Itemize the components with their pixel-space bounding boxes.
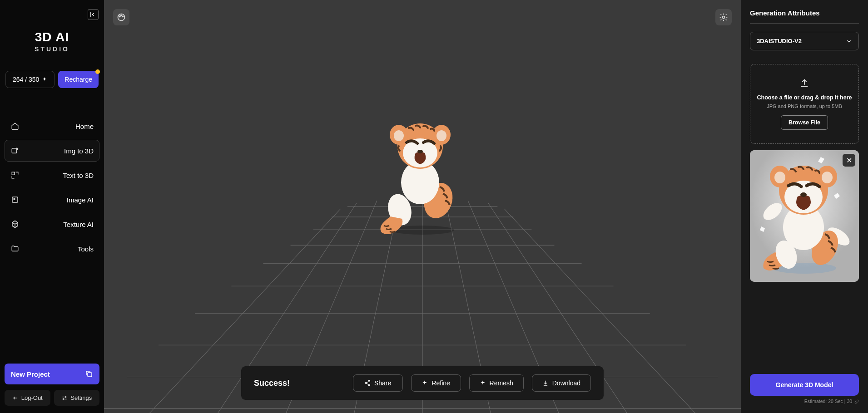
nav-label: Home	[20, 123, 94, 130]
action-bar: Success! Share Refine Remesh Download	[241, 366, 604, 400]
logout-icon	[12, 395, 19, 401]
svg-point-38	[397, 123, 443, 169]
model-select-value: 3DAISTUDIO-V2	[757, 38, 802, 44]
svg-point-36	[407, 171, 424, 189]
svg-point-49	[773, 263, 836, 274]
credits-value: 264 / 350	[13, 76, 39, 83]
folder-icon	[10, 245, 20, 253]
collapse-sidebar-button[interactable]	[88, 9, 99, 20]
logo-subtitle: STUDIO	[5, 45, 99, 53]
chevron-down-icon	[846, 38, 852, 44]
download-button[interactable]: Download	[532, 374, 591, 392]
remesh-label: Remesh	[490, 379, 513, 387]
svg-rect-4	[88, 373, 92, 377]
settings-label: Settings	[70, 394, 92, 401]
file-dropzone[interactable]: Choose a file or drag & drop it here JPG…	[750, 64, 859, 144]
viewport: Success! Share Refine Remesh Download	[104, 0, 741, 413]
gear-icon	[719, 13, 728, 22]
svg-rect-48	[750, 150, 859, 282]
preview-image	[750, 150, 859, 282]
logout-button[interactable]: Log-Out	[5, 390, 50, 406]
source-image-preview: ✕	[750, 150, 859, 282]
text-3d-icon	[10, 171, 20, 179]
svg-point-39	[403, 138, 437, 167]
3d-canvas[interactable]	[104, 0, 741, 413]
estimate-text: Estimated: 20 Sec | 30	[750, 398, 859, 404]
svg-point-58	[770, 166, 790, 187]
link-icon	[854, 399, 859, 404]
svg-point-44	[417, 150, 423, 153]
svg-point-40	[390, 125, 408, 145]
sliders-icon	[61, 395, 68, 401]
nav-item-text-to-3d[interactable]: Text to 3D	[5, 164, 99, 186]
recharge-button[interactable]: Recharge	[58, 71, 99, 88]
share-icon	[364, 380, 371, 386]
svg-point-5	[65, 396, 66, 397]
refine-button[interactable]: Refine	[411, 374, 461, 392]
browse-file-button[interactable]: Browse File	[781, 115, 828, 130]
sparkle-icon	[422, 380, 428, 386]
svg-point-54	[783, 205, 824, 250]
palette-button[interactable]	[113, 9, 129, 25]
svg-rect-1	[12, 172, 15, 175]
image-ai-icon	[10, 196, 20, 204]
right-panel: Generation Attributes 3DAISTUDIO-V2 Choo…	[741, 0, 868, 413]
settings-button[interactable]: Settings	[54, 390, 100, 406]
svg-point-9	[121, 15, 122, 16]
svg-point-7	[118, 14, 125, 21]
home-icon	[10, 122, 20, 130]
remove-image-button[interactable]: ✕	[843, 154, 855, 167]
model-select-dropdown[interactable]: 3DAISTUDIO-V2	[750, 32, 859, 50]
svg-point-55	[794, 201, 824, 234]
status-text: Success!	[254, 379, 345, 388]
svg-point-60	[817, 166, 837, 187]
viewport-toolbar	[113, 9, 732, 25]
main-nav: Home Img to 3D Text to 3D Image AI Textu…	[5, 115, 99, 260]
panel-title: Generation Attributes	[750, 9, 859, 24]
refine-label: Refine	[432, 379, 450, 387]
svg-point-8	[119, 16, 120, 17]
svg-point-57	[784, 181, 823, 213]
svg-point-46	[365, 382, 367, 384]
notification-dot-icon	[95, 69, 100, 74]
svg-point-52	[807, 226, 843, 269]
share-button[interactable]: Share	[353, 374, 403, 392]
credits-row: 264 / 350 Recharge	[5, 71, 99, 88]
nav-label: Text to 3D	[20, 172, 94, 179]
nav-item-image-ai[interactable]: Image AI	[5, 189, 99, 211]
svg-point-6	[63, 398, 64, 399]
palette-icon	[117, 13, 126, 22]
remesh-button[interactable]: Remesh	[469, 374, 524, 392]
nav-item-img-to-3d[interactable]: Img to 3D	[5, 140, 99, 162]
logout-label: Log-Out	[21, 394, 43, 401]
3d-model-preview	[372, 110, 472, 237]
texture-icon	[10, 220, 20, 228]
svg-point-47	[368, 384, 370, 386]
sidebar: 3D AI STUDIO 264 / 350 Recharge Home Img…	[0, 0, 104, 413]
nav-item-tools[interactable]: Tools	[5, 238, 99, 260]
svg-point-45	[368, 380, 370, 382]
download-icon	[542, 380, 549, 386]
generate-button[interactable]: Generate 3D Model	[750, 374, 859, 396]
svg-point-37	[406, 178, 417, 191]
svg-point-56	[779, 166, 828, 215]
image-3d-icon	[10, 147, 20, 155]
new-project-button[interactable]: New Project	[5, 364, 99, 384]
nav-label: Image AI	[20, 196, 94, 204]
viewport-settings-button[interactable]	[715, 9, 732, 25]
svg-point-33	[419, 179, 457, 222]
generate-label: Generate 3D Model	[776, 381, 833, 388]
svg-point-61	[822, 172, 833, 183]
credits-counter[interactable]: 264 / 350	[5, 71, 55, 88]
sparkle-icon	[42, 77, 47, 82]
recharge-label: Recharge	[64, 76, 92, 83]
app-logo: 3D AI STUDIO	[5, 30, 99, 53]
nav-label: Img to 3D	[20, 147, 94, 155]
copy-icon	[85, 370, 93, 378]
svg-point-43	[436, 130, 446, 141]
nav-item-texture-ai[interactable]: Texture AI	[5, 213, 99, 235]
nav-item-home[interactable]: Home	[5, 115, 99, 137]
upload-icon	[799, 78, 809, 88]
browse-label: Browse File	[789, 119, 820, 126]
nav-label: Tools	[20, 245, 94, 253]
